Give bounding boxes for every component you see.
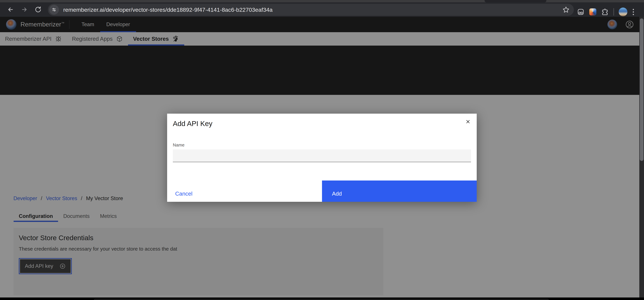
add-api-key-modal: Add API Key Name Cancel Add [167, 114, 477, 202]
scrollbar-thumb[interactable] [640, 18, 644, 161]
extensions-puzzle-icon[interactable] [601, 8, 609, 16]
page-scrollbar [639, 17, 644, 298]
add-button[interactable]: Add [322, 181, 477, 202]
browser-toolbar: rememberizer.ai/developer/vector-stores/… [0, 2, 644, 17]
modal-name-label: Name [173, 142, 184, 148]
back-icon[interactable] [7, 6, 14, 13]
toolbar-divider [614, 8, 614, 15]
modal-title: Add API Key [173, 120, 212, 128]
url-text[interactable]: rememberizer.ai/developer/vector-stores/… [63, 6, 272, 13]
split-view-icon[interactable] [577, 8, 584, 16]
bookmark-star-icon[interactable] [562, 6, 570, 13]
dock-edge [94, 299, 549, 300]
close-icon[interactable] [463, 117, 473, 126]
browser-tab-strip [0, 0, 644, 2]
modal-footer: Cancel Add [167, 181, 477, 202]
custom-extension-icon[interactable] [589, 8, 596, 15]
cancel-button[interactable]: Cancel [167, 181, 322, 202]
browser-profile-avatar[interactable] [619, 7, 628, 16]
site-settings-icon[interactable] [49, 5, 59, 14]
api-key-name-input[interactable] [173, 149, 471, 162]
browser-chrome: rememberizer.ai/developer/vector-stores/… [0, 0, 644, 17]
reload-icon[interactable] [34, 6, 42, 13]
screen: rememberizer.ai/developer/vector-stores/… [0, 0, 644, 300]
url-bar[interactable]: rememberizer.ai/developer/vector-stores/… [48, 4, 574, 16]
desktop-strip [0, 298, 644, 300]
camera-notch [484, 0, 546, 2]
browser-menu-icon[interactable] [632, 8, 634, 16]
forward-icon[interactable] [20, 6, 28, 13]
